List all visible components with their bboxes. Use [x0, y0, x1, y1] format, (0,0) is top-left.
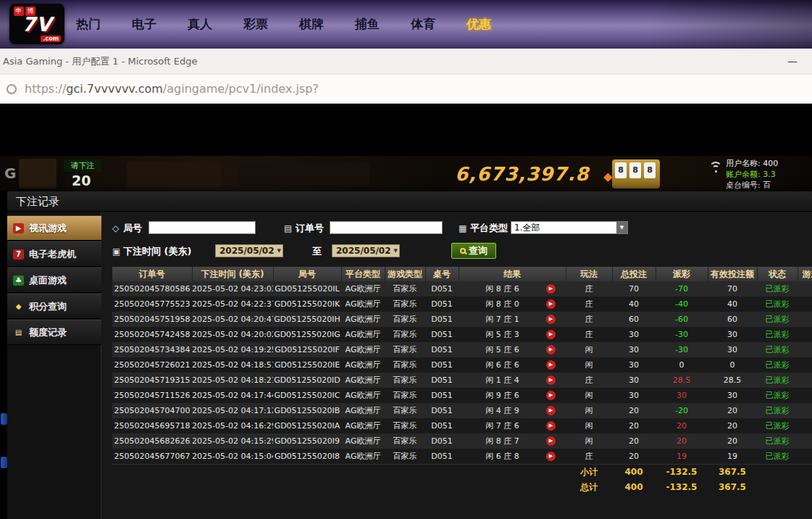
cell-result: 闲 7 庄 6▶ [459, 418, 566, 433]
date-from-value: 2025/05/02 [219, 245, 275, 257]
cell-extra [798, 281, 812, 296]
sidebar-item-3[interactable]: ◆积分查询 [7, 294, 101, 319]
date-to-select[interactable]: 2025/05/02 ▼ [332, 244, 400, 257]
cell-round: GD051255020ID [273, 373, 341, 388]
platform-type-select[interactable]: 1.全部 ▼ [511, 221, 628, 234]
result-cell: 闲 5 庄 6▶ [459, 342, 566, 357]
footer-cell [341, 465, 385, 480]
cell-platform: AG欧洲厅 [341, 388, 385, 403]
cell-result: 闲 6 庄 6▶ [459, 357, 566, 373]
nav-item-2[interactable]: 真人 [188, 16, 212, 33]
replay-play-icon[interactable]: ▶ [546, 452, 556, 461]
cell-result: 闲 7 庄 1▶ [459, 312, 566, 327]
filter-panel: ◇ 局号 ▤ 订单号 ▦ 平台类型 1.全部 ▼ ▣ 下注时间 (美东) 202… [112, 212, 812, 270]
footer-cell [459, 480, 566, 495]
cell-payout: 20 [656, 433, 708, 449]
cell-order: 250502045719315 [112, 373, 192, 388]
footer-cell [273, 465, 341, 480]
browser-urlbar[interactable]: https://gci.7vvvvvv.com/agingame/pcv1/in… [0, 75, 812, 104]
credit-records-icon: ▤ [13, 328, 24, 338]
result-cell: 闲 8 庄 0▶ [459, 296, 566, 312]
nav-item-0[interactable]: 热门 [76, 16, 101, 33]
cell-platform: AG欧洲厅 [341, 373, 385, 388]
cell-status: 已派彩 [757, 281, 798, 296]
replay-play-icon[interactable]: ▶ [546, 315, 556, 324]
replay-play-icon[interactable]: ▶ [546, 345, 556, 354]
cell-order: 250502045742458 [112, 327, 192, 342]
cell-status: 已派彩 [757, 449, 798, 465]
playing-cards-group: 888 [612, 159, 660, 188]
cell-bet: 70 [612, 281, 656, 296]
page-info-icon[interactable] [7, 84, 17, 94]
cell-extra [798, 373, 812, 388]
date-from-select[interactable]: 2025/05/02 ▼ [215, 244, 283, 257]
cell-bet: 60 [612, 312, 656, 327]
footer-cell [425, 465, 459, 480]
result-cell: 闲 8 庄 6▶ [459, 281, 566, 296]
playing-card: 8 [629, 162, 641, 178]
cell-game: 百家乐 [385, 327, 425, 342]
cell-status: 已派彩 [757, 373, 798, 388]
sidebar-item-4[interactable]: ▤额度记录 [7, 320, 101, 345]
cell-play: 庄 [566, 327, 612, 342]
cell-platform: AG欧洲厅 [341, 281, 385, 296]
replay-play-icon[interactable]: ▶ [546, 284, 556, 294]
cell-result: 闲 8 庄 7▶ [459, 433, 566, 449]
nav-item-6[interactable]: 体育 [411, 16, 435, 33]
cell-platform: AG欧洲厅 [341, 403, 385, 418]
cell-payout: 30 [656, 388, 708, 403]
playing-card: 8 [615, 162, 627, 178]
footer-cell: -132.5 [656, 480, 708, 495]
cell-platform: AG欧洲厅 [341, 296, 385, 312]
site-logo[interactable]: 申 博 7V .com [9, 4, 64, 44]
nav-item-7[interactable]: 优惠 [466, 16, 491, 33]
cell-time: 2025-05-02 04:19:25 [192, 342, 273, 357]
url-host: gci.7vvvvvv.com [66, 82, 163, 96]
cell-payout: 28.5 [656, 373, 708, 388]
replay-play-icon[interactable]: ▶ [546, 436, 556, 446]
cell-game: 百家乐 [385, 388, 425, 403]
nav-item-4[interactable]: 棋牌 [299, 16, 324, 33]
replay-play-icon[interactable]: ▶ [546, 330, 556, 339]
sidebar-item-label: 视讯游戏 [29, 222, 67, 235]
diamond-icon: ◆ [603, 170, 612, 183]
cell-platform: AG欧洲厅 [341, 327, 385, 342]
replay-play-icon[interactable]: ▶ [546, 360, 556, 370]
nav-item-1[interactable]: 电子 [132, 16, 156, 33]
footer-label: 总计 [566, 480, 612, 495]
side-widget-icon [1, 457, 7, 468]
sidebar-item-0[interactable]: ▶视讯游戏 [7, 215, 101, 241]
column-header-8: 总投注 [612, 267, 656, 281]
url-path: /agingame/pcv1/index.jsp? [163, 82, 319, 96]
url-text[interactable]: https://gci.7vvvvvv.com/agingame/pcv1/in… [25, 75, 319, 103]
video-camera-icon: ▶ [13, 223, 24, 233]
cell-extra [798, 327, 812, 342]
minimize-button[interactable]: — [782, 49, 803, 73]
lobby-game-image [239, 163, 369, 186]
cell-bet: 30 [612, 388, 656, 403]
round-number-input[interactable] [148, 221, 256, 234]
footer-cell [798, 480, 812, 495]
cell-result: 闲 5 庄 3▶ [459, 327, 566, 342]
nav-item-5[interactable]: 捕鱼 [355, 16, 380, 33]
footer-cell: 400 [612, 480, 656, 495]
replay-play-icon[interactable]: ▶ [546, 391, 556, 400]
order-number-icon: ▤ [284, 223, 292, 233]
cell-extra [798, 449, 812, 465]
sidebar-item-1[interactable]: 7电子老虎机 [7, 241, 101, 267]
replay-play-icon[interactable]: ▶ [546, 299, 556, 309]
table-header-row: 订单号下注时间 (美东)局号平台类型游戏类型桌号结果玩法总投注派彩有效投注额状态… [112, 267, 812, 281]
sidebar-item-2[interactable]: ♣桌面游戏 [7, 267, 101, 293]
cell-time: 2025-05-02 04:15:04 [192, 449, 273, 465]
replay-play-icon[interactable]: ▶ [546, 406, 556, 415]
result-cell: 闲 9 庄 6▶ [459, 388, 566, 403]
cell-extra [798, 388, 812, 403]
search-button[interactable]: 查询 [451, 243, 496, 259]
nav-item-3[interactable]: 彩票 [243, 16, 268, 33]
replay-play-icon[interactable]: ▶ [546, 375, 556, 385]
column-header-9: 派彩 [656, 267, 708, 281]
replay-play-icon[interactable]: ▶ [546, 421, 556, 431]
order-number-input[interactable] [330, 221, 443, 234]
table-row: 2505020457047002025-05-02 04:17:12GD0512… [112, 403, 812, 418]
footer-cell [192, 465, 273, 480]
